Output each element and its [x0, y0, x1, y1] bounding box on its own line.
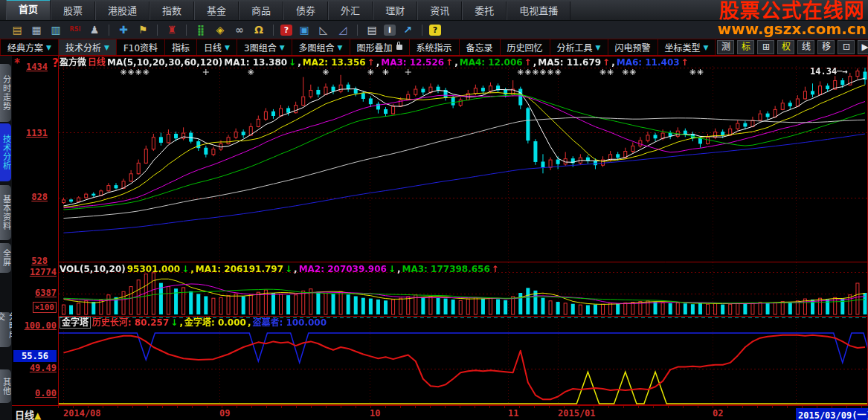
menu-item-label: 3图组合 [244, 41, 277, 54]
chart-canvas[interactable] [58, 56, 868, 405]
price-axis-label: 528 [31, 256, 48, 266]
indicator-header: 金字塔历史长河: 80.257↓,金字塔: 0.000,盗墓者: 100.000 [60, 317, 328, 328]
warning-diamond-icon[interactable]: ◈ [213, 23, 228, 36]
menu-icon-grid[interactable]: ⊞ [757, 40, 774, 54]
menu-multi-chart-combo[interactable]: 多图组合▼ [292, 39, 350, 55]
header-segment: VOL(5,10,20) [60, 264, 126, 274]
menu-technical-analysis[interactable]: 技术分析▼ [59, 39, 117, 55]
header-segment: , [533, 57, 537, 68]
sidebar-fundamental-info[interactable]: 基本资料 [0, 185, 11, 240]
menu-classic-scheme[interactable]: 经典方案▼ [0, 39, 59, 55]
header-segment: , [376, 57, 380, 68]
rsi-icon[interactable]: RSI [68, 23, 83, 36]
pagoda-icon[interactable]: ♜ [164, 23, 179, 36]
tab-funds[interactable]: 基金 [194, 1, 239, 20]
tab-tv-live[interactable]: 电视直播 [507, 1, 570, 20]
toolbar-separator [186, 25, 187, 36]
menu-history-recall[interactable]: 历史回忆 [501, 39, 550, 55]
header-segment: MA2: 13.356 [303, 57, 366, 68]
header-segment: , [179, 317, 183, 328]
signal-light-icon[interactable]: ⣿ [193, 23, 208, 36]
line-chart-icon[interactable]: ▦ [29, 23, 44, 36]
indicator-axis-label: 49.49 [30, 364, 57, 373]
move-cross-icon[interactable]: ✚ [116, 23, 131, 36]
time-axis-label: 10 [370, 408, 380, 419]
menu-item-label: 分析工具 [557, 41, 593, 54]
menu-icon-play-next[interactable]: ▶▏ [858, 40, 868, 54]
header-segment: MA3: 177398.656 [402, 264, 490, 274]
toolbar-separator [357, 25, 358, 36]
candle-chart-icon[interactable]: ▥ [48, 23, 63, 36]
header-segment: , [190, 264, 194, 274]
folder-icon[interactable]: ▤ [10, 23, 25, 36]
triangle-ruler-icon[interactable]: ◺ [316, 23, 331, 36]
flag-icon[interactable]: ⚑ [135, 23, 150, 36]
tab-trade[interactable]: 委托 [462, 1, 507, 20]
tab-bonds[interactable]: 债券 [283, 1, 328, 20]
chevron-down-icon: ▼ [338, 44, 343, 51]
person-chart-icon[interactable]: ♟ [87, 23, 102, 36]
binoculars-icon[interactable]: ∞ [232, 23, 247, 36]
triangle-ruler2-icon[interactable]: ◿ [335, 23, 350, 36]
tab-home[interactable]: 首页 [6, 0, 51, 20]
sidebar-intraday-ticks[interactable]: 分时成交 [0, 312, 11, 347]
header-segment: MA2: 207039.906 [299, 264, 387, 274]
menu-icon-line[interactable]: 线 [797, 40, 814, 54]
sidebar-technical-analysis[interactable]: 技术分析 [0, 123, 11, 181]
header-segment: ↓ [170, 317, 178, 328]
tab-hk-connect[interactable]: 港股通 [95, 1, 150, 20]
tab-index[interactable]: 指数 [150, 1, 194, 20]
chevron-down-icon: ▼ [225, 44, 230, 51]
menu-graph-overlay[interactable]: 图形叠加 [350, 39, 410, 55]
menu-icon-move[interactable]: 移 [817, 40, 835, 54]
header-segment: ↓ [289, 57, 296, 68]
gear-icon: * [14, 56, 20, 70]
menu-icon-measure[interactable]: 测 [717, 40, 734, 54]
price-axis-label: 1434 [26, 62, 48, 72]
toolbar-separator [273, 25, 274, 36]
menu-analysis-tools[interactable]: 分析工具▼ [550, 39, 608, 55]
volume-multiplier-label: ×100 [33, 302, 57, 313]
sidebar-intraday-trend[interactable]: 分时走势 [0, 64, 11, 122]
tab-news[interactable]: 资讯 [417, 1, 462, 20]
menu-icon-mark[interactable]: 标 [737, 40, 754, 54]
header-segment: ↑ [602, 57, 610, 68]
tab-wealth[interactable]: 理财 [373, 1, 417, 20]
menu-system-signals[interactable]: 系统指示 [410, 39, 460, 55]
sidebar-fullscreen[interactable]: 全屏 [0, 243, 11, 273]
menu-daily-kline[interactable]: 日线▼ [197, 39, 237, 55]
book-question-icon[interactable]: ? [280, 25, 292, 36]
menu-item-label: 多图组合 [299, 41, 335, 54]
trend-arrow-icon[interactable]: ↗ [400, 23, 415, 36]
bell-icon[interactable]: Ω [251, 23, 266, 36]
header-segment: ↑ [681, 57, 689, 68]
chevron-down-icon: ▼ [104, 44, 109, 51]
time-axis-label: 11 [508, 408, 518, 419]
tab-stocks[interactable]: 股票 [51, 1, 95, 20]
menu-3-chart-combo[interactable]: 3图组合▼ [237, 39, 292, 55]
menu-icon-window-restore[interactable]: ⊡ [838, 40, 855, 54]
header-segment: ↑ [524, 57, 532, 68]
left-sidebar: 分时走势技术分析基本资料全屏分时成交其他 [0, 56, 12, 420]
info-bubble-icon[interactable]: i [384, 25, 396, 36]
menu-icon-rights-adjust[interactable]: 权 [777, 40, 794, 54]
menu-f10-info[interactable]: F10资料 [117, 39, 165, 55]
menu-indicator[interactable]: 指标 [165, 39, 197, 55]
help-diamond-icon[interactable]: ? [429, 25, 441, 36]
header-segment: , [397, 264, 401, 274]
menu-coordinate-type[interactable]: 坐标类型▼ [658, 39, 716, 55]
news-icon[interactable]: ▤ [364, 23, 379, 36]
period-selector-button[interactable]: 日线▲ [15, 407, 41, 420]
time-axis-label: 02 [713, 408, 723, 419]
monitor-icon[interactable]: ▣ [297, 23, 312, 36]
tab-forex[interactable]: 外汇 [328, 1, 373, 20]
chevron-down-icon: ▼ [704, 44, 709, 51]
menu-item-label: 图形叠加 [357, 41, 393, 54]
sidebar-other[interactable]: 其他 [0, 369, 11, 403]
menu-flash-alert[interactable]: 闪电预警 [608, 39, 658, 55]
tab-commodities[interactable]: 商品 [239, 1, 283, 20]
header-segment: ↓ [181, 264, 189, 274]
indicator-axis-label: 0.00 [35, 389, 57, 398]
menu-memo[interactable]: 备忘录 [460, 39, 501, 55]
header-segment: , [248, 317, 251, 328]
